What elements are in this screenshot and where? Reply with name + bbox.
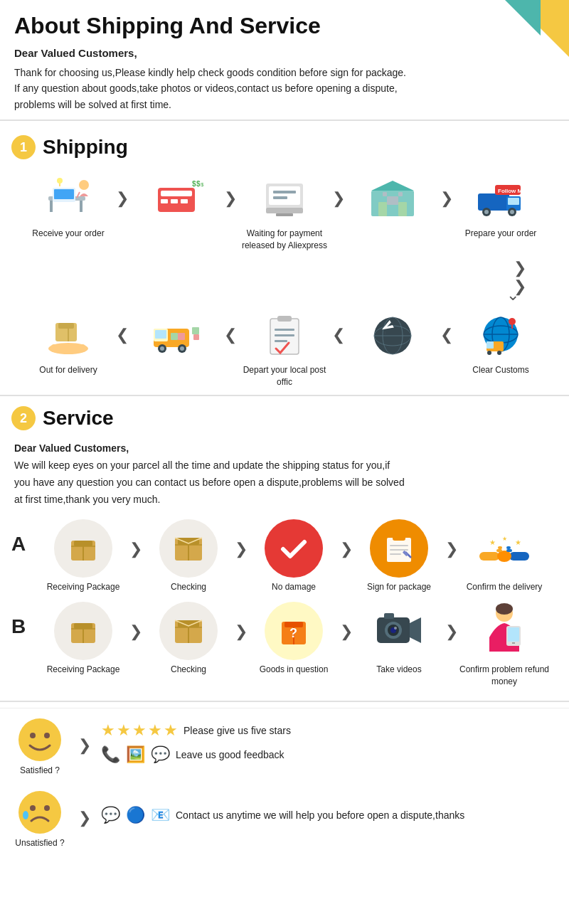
svg-rect-53 (178, 333, 185, 340)
image-icon: 🖼️ (126, 745, 145, 764)
unsatisfied-row: Unsatisfied ? ❯ 💬 🔵 📧 Contact us anytime… (11, 788, 558, 848)
svg-rect-55 (193, 334, 199, 340)
a-arrow3: ❯ (340, 540, 353, 558)
pack-order-icon (364, 174, 421, 223)
star4: ★ (148, 721, 162, 740)
svg-rect-87 (390, 553, 401, 555)
arrow2: ❯ (223, 189, 238, 208)
service-receiving-b: Receiving Package (37, 602, 129, 676)
wechat-icon: 💬 (101, 806, 120, 824)
header-dear: Dear Valued Customers, (14, 45, 555, 62)
star2: ★ (117, 721, 131, 740)
flow-prepare-order: Waiting for payment released by Aliexpre… (238, 174, 331, 252)
svg-rect-117 (384, 613, 394, 619)
service-goods-question: ? Goods in question (248, 602, 340, 676)
goods-question-label: Goods in question (260, 664, 329, 676)
shipping-title-row: 1 Shipping (7, 128, 562, 164)
svg-rect-47 (155, 330, 166, 339)
receive-order-icon (40, 174, 97, 223)
svg-rect-25 (378, 202, 387, 216)
clear-customs-icon (256, 310, 313, 360)
service-no-damage: No damage (248, 520, 340, 593)
service-section: 2 Service Dear Valued Customers, We will… (0, 396, 569, 701)
svg-rect-41 (58, 323, 74, 329)
svg-rect-57 (277, 316, 292, 322)
svg-rect-32 (508, 198, 519, 205)
flow-mail-service: Follow Me Prepare your order (454, 174, 547, 240)
svg-point-126 (44, 733, 50, 738)
svg-rect-1 (50, 201, 53, 212)
service-desc1: We will keep eyes on your parcel all the… (14, 457, 555, 474)
arrow6: ❮ (223, 326, 238, 344)
svg-rect-26 (398, 202, 407, 216)
b-arrow1: ❯ (129, 622, 142, 641)
svg-point-120 (496, 603, 513, 615)
svg-marker-118 (410, 617, 421, 643)
email-icon: 📧 (151, 806, 170, 824)
svg-text:$: $ (201, 181, 204, 188)
service-confirm-delivery: ★ ★ ★ Confirm the delivery (458, 520, 551, 593)
feedback-text: Leave us good feedback (176, 749, 284, 760)
shipping-section: 1 Shipping (0, 121, 569, 388)
arrow1: ❯ (115, 189, 130, 208)
unsatisfied-content: 💬 🔵 📧 Contact us anytime we will help yo… (101, 806, 558, 830)
a-arrow1: ❯ (129, 540, 142, 558)
flow-pack-order (346, 174, 439, 228)
receiving-b-label: Receiving Package (47, 664, 120, 676)
out-delivery-icon (40, 310, 97, 360)
phone-icon: 📞 (101, 745, 120, 764)
mail-service-icon: Follow Me (472, 174, 529, 223)
contact-icons: 💬 🔵 📧 (101, 806, 170, 824)
header: About Shipping And Service Dear Valued C… (0, 0, 569, 121)
svg-point-130 (23, 811, 28, 819)
out-delivery-label: Out for delivery (39, 364, 97, 376)
satisfied-emoji-wrapper: Satisfied ? (11, 716, 68, 775)
service-confirm-refund: Confirm problem refund money (458, 602, 551, 688)
b-arrow2: ❯ (235, 622, 248, 641)
b-arrow3: ❯ (340, 622, 353, 641)
checking-a-icon (156, 520, 220, 577)
svg-rect-12 (171, 199, 178, 203)
chat-icon: 💬 (151, 745, 170, 764)
unsatisfied-arrow: ❯ (78, 809, 91, 827)
svg-rect-22 (276, 213, 293, 216)
goods-question-icon: ? (262, 602, 326, 659)
service-sign: Sign for package (353, 520, 445, 593)
receiving-b-icon (51, 602, 115, 659)
svg-text:?: ? (289, 626, 297, 640)
service-row-b: B Receiving Package ❯ (11, 602, 558, 688)
contact-text: Contact us anytime we will help you befo… (176, 809, 464, 821)
header-line1: Thank for choosing us,Please kindly help… (14, 65, 555, 80)
svg-rect-2 (80, 201, 83, 212)
checking-b-icon (156, 602, 220, 659)
service-desc3: at first time,thank you very much. (14, 492, 555, 509)
star5: ★ (164, 721, 178, 740)
flow-clear-customs: Depart your local post offic (238, 310, 331, 388)
svg-point-73 (487, 351, 491, 355)
header-line2: If any question about goods,take photos … (14, 80, 555, 96)
svg-point-34 (484, 210, 489, 214)
arrow4: ❯ (439, 189, 454, 208)
svg-rect-86 (390, 549, 408, 551)
svg-rect-20 (273, 196, 287, 199)
svg-point-49 (160, 346, 164, 351)
service-receiving-a: Receiving Package (37, 520, 129, 593)
header-intro: Dear Valued Customers, Thank for choosin… (14, 45, 555, 112)
svg-rect-122 (508, 627, 519, 642)
svg-point-69 (509, 318, 516, 325)
flow-out-delivery: Out for delivery (22, 310, 115, 376)
svg-point-92 (497, 551, 511, 562)
svg-marker-24 (371, 181, 414, 191)
header-decoration (484, 0, 569, 57)
svg-rect-91 (509, 552, 529, 561)
skype-icon: 🔵 (126, 806, 145, 824)
svg-point-125 (30, 733, 36, 738)
svg-rect-13 (181, 199, 188, 203)
service-checking-a: Checking (142, 520, 235, 593)
waiting-payment-icon: $ $ $ (148, 174, 205, 223)
prepare-order-icon (256, 174, 313, 223)
five-stars-text: Please give us five stars (184, 725, 291, 736)
take-videos-label: Take videos (376, 664, 421, 676)
svg-rect-85 (390, 545, 408, 546)
service-items-b: Receiving Package ❯ Chec (37, 602, 558, 688)
